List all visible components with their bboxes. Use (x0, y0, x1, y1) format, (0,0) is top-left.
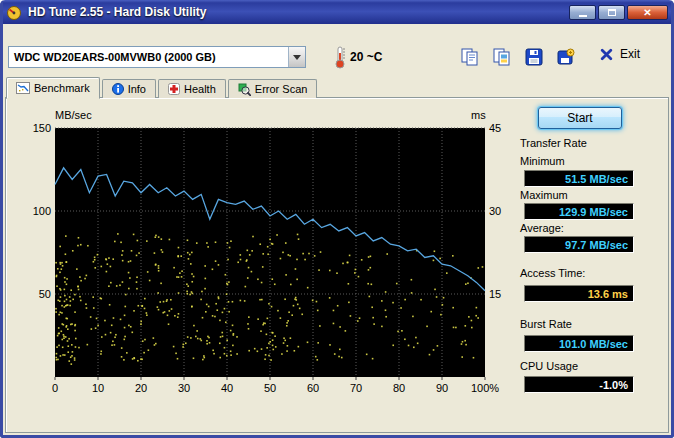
copy-text-icon (460, 48, 480, 66)
save-screenshot-button[interactable] (554, 46, 578, 68)
temperature-value: 20 ~C (350, 50, 382, 64)
window-controls: ✕ (569, 5, 668, 20)
svg-text:45: 45 (489, 122, 501, 134)
exit-button[interactable]: Exit (600, 47, 640, 61)
titlebar[interactable]: HD Tune 2.55 - Hard Disk Utility ✕ (0, 0, 674, 24)
drive-select[interactable]: WDC WD20EARS-00MVWB0 (2000 GB) (8, 46, 306, 68)
close-icon: ✕ (643, 6, 651, 19)
maximize-icon (608, 9, 616, 16)
minimize-icon (579, 15, 587, 17)
save-screenshot-icon (557, 48, 575, 66)
svg-text:60: 60 (307, 382, 319, 394)
app-icon (6, 4, 22, 20)
save-icon (525, 48, 543, 66)
benchmark-chart: MB/secms15010050453015010203040506070809… (8, 104, 514, 402)
tab-bar: Benchmark Info Health Error S (6, 76, 319, 98)
tab-error-scan[interactable]: Error Scan (228, 79, 318, 98)
minimum-value: 51.5 MB/sec (524, 170, 634, 187)
access-time-value: 13.6 ms (524, 285, 634, 302)
cpu-usage-value: -1.0% (524, 376, 634, 393)
svg-text:50: 50 (39, 288, 51, 300)
svg-text:20: 20 (135, 382, 147, 394)
svg-text:50: 50 (264, 382, 276, 394)
drive-select-value: WDC WD20EARS-00MVWB0 (2000 GB) (9, 47, 288, 67)
exit-label: Exit (620, 47, 640, 61)
tab-info[interactable]: Info (102, 79, 156, 98)
error-scan-icon (238, 83, 251, 96)
copy-text-button[interactable] (458, 46, 482, 68)
burst-rate-value: 101.0 MB/sec (524, 335, 634, 352)
svg-text:40: 40 (221, 382, 233, 394)
tab-info-label: Info (128, 83, 146, 95)
svg-text:MB/sec: MB/sec (55, 109, 92, 121)
average-value: 97.7 MB/sec (524, 236, 634, 253)
tab-health-label: Health (184, 83, 216, 95)
chevron-down-icon[interactable] (288, 47, 305, 67)
window-title: HD Tune 2.55 - Hard Disk Utility (28, 5, 563, 19)
svg-text:100: 100 (33, 205, 51, 217)
svg-text:10: 10 (92, 382, 104, 394)
exit-x-icon (600, 48, 613, 61)
minimize-button[interactable] (569, 5, 596, 20)
svg-text:150: 150 (33, 122, 51, 134)
maximize-button[interactable] (598, 5, 625, 20)
toolbar-icons (458, 46, 578, 68)
average-label: Average: (520, 222, 564, 234)
save-image-button[interactable] (522, 46, 546, 68)
svg-text:100%: 100% (471, 382, 499, 394)
info-icon (112, 83, 124, 95)
tab-benchmark[interactable]: Benchmark (6, 77, 100, 99)
cpu-usage-label: CPU Usage (520, 360, 578, 372)
svg-text:80: 80 (393, 382, 405, 394)
svg-text:90: 90 (436, 382, 448, 394)
access-time-label: Access Time: (520, 267, 585, 279)
benchmark-icon (16, 82, 30, 94)
tab-error-scan-label: Error Scan (255, 83, 308, 95)
minimum-label: Minimum (520, 155, 565, 167)
svg-text:0: 0 (52, 382, 58, 394)
maximum-value: 129.9 MB/sec (524, 203, 634, 220)
hd-tune-window: HD Tune 2.55 - Hard Disk Utility ✕ WDC W… (0, 0, 674, 438)
start-button[interactable]: Start (538, 107, 622, 129)
copy-image-button[interactable] (490, 46, 514, 68)
copy-image-icon (492, 48, 512, 66)
svg-text:30: 30 (489, 205, 501, 217)
thermometer-icon (333, 45, 347, 69)
burst-rate-label: Burst Rate (520, 318, 572, 330)
svg-text:15: 15 (489, 288, 501, 300)
health-icon (168, 83, 180, 95)
tab-benchmark-label: Benchmark (34, 82, 90, 94)
close-button[interactable]: ✕ (627, 5, 668, 20)
svg-text:70: 70 (350, 382, 362, 394)
transfer-rate-title: Transfer Rate (520, 137, 587, 149)
tab-health[interactable]: Health (158, 79, 226, 98)
svg-text:ms: ms (471, 109, 486, 121)
svg-text:30: 30 (178, 382, 190, 394)
maximum-label: Maximum (520, 189, 568, 201)
